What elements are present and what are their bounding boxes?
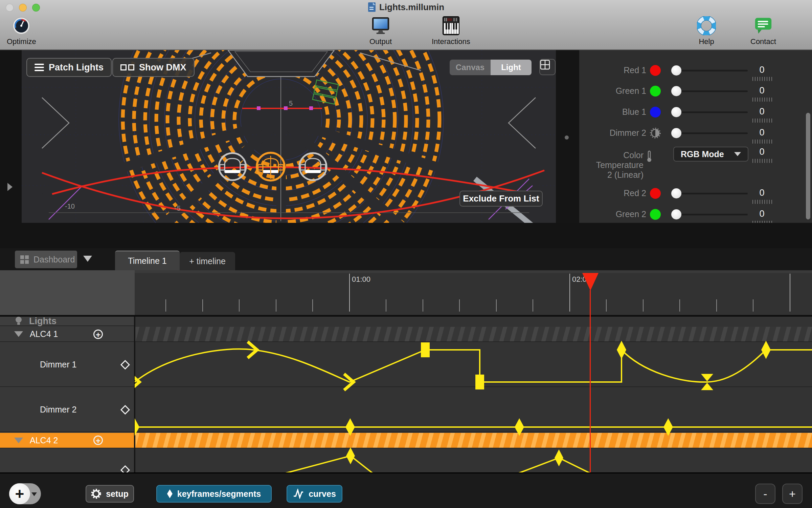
add-button[interactable]: + (9, 483, 30, 504)
red2-slider-knob[interactable] (671, 188, 681, 198)
inspector-scrollbar[interactable] (806, 113, 810, 219)
track-row-dimmer-1[interactable]: Dimmer 1 (0, 343, 134, 387)
window-title: Lights.millumin (0, 2, 812, 15)
help-lifebuoy-icon (697, 16, 716, 35)
dimmer2-slider-track[interactable] (676, 132, 748, 134)
contact-chat-icon (754, 16, 773, 35)
toolbar-output[interactable]: Output (369, 16, 392, 46)
inspector-row-red2: Red 2 0 (579, 184, 812, 204)
keyframe-curves (135, 317, 812, 472)
color-temp-value[interactable]: 0 (752, 147, 772, 157)
green1-slider-track[interactable] (676, 90, 748, 92)
track-group-lights[interactable]: Lights (0, 317, 134, 326)
red2-value[interactable]: 0 (752, 188, 772, 198)
mode-light-option[interactable]: Light (491, 60, 532, 75)
setup-button[interactable]: setup (86, 485, 134, 503)
exclude-from-list-menu-item[interactable]: Exclude From List (459, 191, 543, 207)
add-split-button[interactable]: + (9, 483, 41, 504)
blue1-value[interactable]: 0 (752, 106, 772, 117)
dimmer2-slider-knob[interactable] (671, 128, 681, 138)
interactions-keyboard-icon (442, 16, 460, 35)
dmx-squares-icon (120, 64, 134, 70)
value-ticks (752, 200, 772, 204)
green-dot-icon (650, 86, 661, 97)
millumin-window: Lights.millumin Optimize (0, 0, 812, 508)
playhead-handle[interactable] (582, 273, 599, 291)
gear-icon (91, 489, 101, 499)
scale-label-minus5: -5 (175, 205, 181, 212)
mode-canvas-option[interactable]: Canvas (450, 60, 491, 75)
bulb-icon (14, 316, 23, 326)
keyframe-diamond-icon (167, 489, 173, 498)
inspector-row-red1: Red 1 0 (579, 61, 812, 81)
expand-arrow-icon[interactable] (7, 183, 13, 191)
keyframes-segments-button[interactable]: keyframes/segments (156, 485, 272, 503)
toolbar-contact[interactable]: Contact (750, 16, 776, 46)
track-row-alc4-2-selected[interactable]: ALC4 2 + (0, 433, 134, 448)
green-dot-icon (650, 209, 661, 220)
keyframe-diamond-icon[interactable] (120, 360, 130, 369)
green2-slider-track[interactable] (676, 214, 748, 215)
zoom-in-button[interactable]: + (782, 484, 803, 504)
blue1-slider-knob[interactable] (671, 107, 681, 117)
tab-add-timeline[interactable]: + timeline (180, 252, 235, 270)
timeline-ruler[interactable]: 01:00 02:00 ↻ segment (135, 270, 812, 315)
ruler-major-tick (349, 274, 350, 312)
toolbar-interactions[interactable]: Interactions (432, 16, 470, 46)
transport-header: 02 : 04 : 131 (0, 270, 135, 315)
scale-label-minus10: -10 (65, 203, 75, 210)
panel-divider-handle[interactable] (565, 135, 569, 140)
dashboard-grid-icon (20, 255, 29, 264)
bottom-toolbar: + setup keyframes/segments curves - + (0, 472, 812, 508)
disclosure-triangle-icon[interactable] (14, 438, 23, 443)
workspace-tabstrip: Dashboard Timeline 1 + timeline (0, 248, 812, 270)
grid-view-button[interactable] (539, 59, 556, 75)
optimize-speedometer-icon (12, 16, 31, 35)
show-dmx-button[interactable]: Show DMX (112, 58, 195, 77)
inspector-row-dimmer2: Dimmer 2 0 (579, 123, 812, 144)
red-dot-icon (650, 188, 661, 199)
red1-slider-knob[interactable] (671, 65, 681, 76)
value-ticks (752, 119, 772, 123)
add-keyframe-button[interactable]: + (93, 330, 103, 339)
red1-value[interactable]: 0 (752, 65, 772, 75)
green2-slider-knob[interactable] (671, 209, 681, 219)
green1-value[interactable]: 0 (752, 85, 772, 96)
track-row-dimmer-2[interactable]: Dimmer 2 (0, 388, 134, 432)
track-list-column: Lights ALC4 1 + Dimmer 1 Dimmer 2 ALC4 2… (0, 317, 135, 472)
light-fixture-selected[interactable] (257, 153, 285, 181)
value-ticks (752, 140, 772, 144)
window-toolbar: Lights.millumin Optimize (0, 0, 812, 50)
red-dot-icon (650, 65, 661, 76)
zoom-out-button[interactable]: - (755, 484, 775, 504)
red2-slider-track[interactable] (676, 193, 748, 194)
scale-label-5: 5 (289, 100, 293, 107)
value-ticks (752, 221, 772, 223)
disclosure-triangle-icon[interactable] (14, 331, 23, 337)
blue1-slider-track[interactable] (676, 111, 748, 113)
green2-value[interactable]: 0 (752, 209, 772, 219)
toolbar-help[interactable]: Help (697, 16, 716, 46)
dimmer-icon (650, 128, 661, 139)
toolbar-optimize[interactable]: Optimize (7, 16, 36, 46)
dimmer2-value[interactable]: 0 (752, 127, 772, 138)
inspector-row-green1: Green 1 0 (579, 81, 812, 102)
tab-timeline-1[interactable]: Timeline 1 (115, 251, 180, 270)
curves-button[interactable]: curves (287, 485, 342, 503)
blue-dot-icon (650, 107, 661, 118)
keyframe-diamond-icon[interactable] (120, 405, 130, 414)
patch-lights-button[interactable]: Patch Lights (26, 58, 112, 77)
add-keyframe-button[interactable]: + (93, 436, 103, 445)
stage-canvas[interactable]: 5 -10 -5 (22, 50, 556, 223)
chevron-down-icon (31, 492, 37, 496)
track-row-alc4-1[interactable]: ALC4 1 + (0, 327, 134, 342)
red1-slider-track[interactable] (676, 70, 748, 71)
playhead-line[interactable] (590, 290, 591, 473)
green1-slider-knob[interactable] (671, 86, 681, 96)
ruler-major-tick (569, 274, 570, 312)
dashboard-caret-icon[interactable] (83, 256, 92, 262)
document-icon (368, 2, 376, 15)
color-mode-dropdown[interactable]: RGB Mode (673, 147, 748, 162)
track-row-partial[interactable] (0, 449, 134, 472)
tab-dashboard[interactable]: Dashboard (15, 251, 77, 268)
